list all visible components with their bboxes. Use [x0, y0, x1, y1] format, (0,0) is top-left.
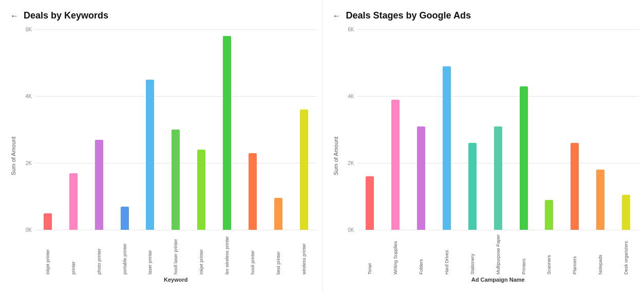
x-label: inkjet printer	[45, 233, 50, 274]
bar-group[interactable]	[613, 29, 639, 230]
bar-group[interactable]	[188, 29, 214, 230]
bar[interactable]	[468, 143, 477, 230]
bar[interactable]	[223, 36, 231, 230]
x-label: wireless printer	[301, 233, 307, 274]
bar[interactable]	[571, 143, 579, 230]
x-label-group: printer	[61, 233, 86, 274]
x-label-group: Writing Supplies	[383, 233, 408, 274]
bar-group[interactable]	[240, 29, 266, 230]
bar[interactable]	[545, 200, 553, 230]
x-label: laser printer	[147, 233, 153, 274]
bar[interactable]	[69, 173, 78, 230]
panel1-header: ← Deals by Keywords	[10, 10, 317, 21]
bar[interactable]	[391, 100, 400, 230]
bar-group[interactable]	[163, 29, 188, 230]
bar-group[interactable]	[511, 29, 537, 230]
bar-group[interactable]	[291, 29, 317, 230]
y-tick-label: 6K	[16, 27, 32, 32]
bar-group[interactable]	[86, 29, 112, 230]
panel1-x-axis: inkjet printerprinterphoto printerportab…	[18, 233, 317, 274]
bar[interactable]	[417, 126, 425, 230]
bar[interactable]	[121, 207, 129, 230]
bar-group[interactable]	[214, 29, 240, 230]
x-label: Desk organizers	[623, 233, 629, 274]
bar-group[interactable]	[112, 29, 138, 230]
bar-group[interactable]	[137, 29, 163, 230]
bar-group[interactable]	[35, 29, 61, 230]
panel2-x-axis-title: Ad Campaign Name	[341, 277, 639, 283]
y-tick-label: 2K	[339, 160, 354, 166]
bar[interactable]	[44, 213, 52, 230]
panel2-bars-container	[357, 29, 639, 230]
panel-deals-stages-google-ads: ← Deals Stages by Google Ads Sum of Amou…	[322, 0, 645, 293]
bar[interactable]	[596, 170, 604, 230]
x-label: printer	[71, 233, 76, 274]
x-label-group: best printer	[266, 233, 291, 274]
x-label-group: Desk organizers	[613, 233, 639, 274]
x-label: Folders	[419, 233, 424, 274]
panel2-chart-inner: 6K4K2K0K TonerWriting SuppliesFoldersHar…	[341, 29, 639, 283]
x-label-group: Folders	[408, 233, 434, 274]
x-label: photo printer	[97, 233, 102, 274]
bar[interactable]	[520, 86, 528, 230]
back-arrow-icon-2[interactable]: ←	[333, 11, 341, 21]
x-label: Stationery	[470, 233, 475, 274]
x-label-group: Multipurpose Paper	[485, 233, 511, 274]
bar-group[interactable]	[460, 29, 485, 230]
x-label-group: photo printer	[86, 233, 112, 274]
x-label-group: Stationery	[460, 233, 485, 274]
panel2-chart-area: Sum of Amount 6K4K2K0K TonerWriting Supp…	[333, 29, 639, 283]
bar-group[interactable]	[408, 29, 434, 230]
x-label-group: Notepads	[588, 233, 613, 274]
bar[interactable]	[622, 195, 630, 230]
back-arrow-icon[interactable]: ←	[10, 11, 18, 21]
bar-group[interactable]	[357, 29, 383, 230]
x-label: Toner	[367, 233, 372, 274]
bar-group[interactable]	[434, 29, 460, 230]
x-label: Notepads	[598, 233, 603, 274]
x-label: hooli printer	[250, 233, 255, 274]
panel1-title: Deals by Keywords	[24, 10, 108, 21]
x-label: Multipurpose Paper	[496, 233, 501, 274]
bar[interactable]	[494, 126, 502, 230]
bar[interactable]	[443, 66, 451, 230]
panel-deals-by-keywords: ← Deals by Keywords Sum of Amount 6K4K2K…	[0, 0, 322, 293]
bar[interactable]	[146, 80, 154, 230]
y-tick-label: 0K	[16, 227, 32, 233]
x-label-group: inkjet printer	[188, 233, 214, 274]
x-label-group: Toner	[357, 233, 383, 274]
bar-group[interactable]	[562, 29, 588, 230]
x-label: inkjet printer	[199, 233, 204, 274]
panel1-bars-container	[35, 29, 317, 230]
bar[interactable]	[366, 176, 374, 230]
x-label: Hard Drives	[444, 233, 449, 274]
bar[interactable]	[172, 130, 180, 230]
panel1-chart-area: Sum of Amount 6K4K2K0K inkjet printerpri…	[10, 29, 317, 283]
x-label-group: inkjet printer	[35, 233, 61, 274]
bar[interactable]	[249, 153, 257, 230]
bar-group[interactable]	[61, 29, 86, 230]
x-label-group: Scanners	[537, 233, 562, 274]
panel2-grid-bars: 6K4K2K0K	[341, 29, 639, 230]
x-label-group: laser printer	[137, 233, 163, 274]
bar-group[interactable]	[588, 29, 613, 230]
panel1-y-axis-label: Sum of Amount	[10, 29, 16, 283]
panel1-x-axis-title: Keyword	[18, 277, 317, 283]
bar-group[interactable]	[266, 29, 291, 230]
panel2-y-axis-label: Sum of Amount	[333, 29, 339, 283]
panel2-title: Deals Stages by Google Ads	[346, 10, 471, 21]
bar-group[interactable]	[537, 29, 562, 230]
x-label-group: hooll laser printer	[163, 233, 188, 274]
bar[interactable]	[95, 140, 103, 230]
x-label: portable printer	[122, 233, 127, 274]
panel2-header: ← Deals Stages by Google Ads	[333, 10, 639, 21]
x-label: hooll laser printer	[173, 233, 178, 274]
bar[interactable]	[300, 109, 308, 230]
x-label: Scanners	[546, 233, 552, 274]
bar-group[interactable]	[485, 29, 511, 230]
bar[interactable]	[274, 198, 282, 230]
x-label: Writing Supplies	[393, 233, 398, 274]
bar-group[interactable]	[383, 29, 408, 230]
y-tick-label: 0K	[339, 227, 354, 233]
bar[interactable]	[197, 150, 205, 230]
